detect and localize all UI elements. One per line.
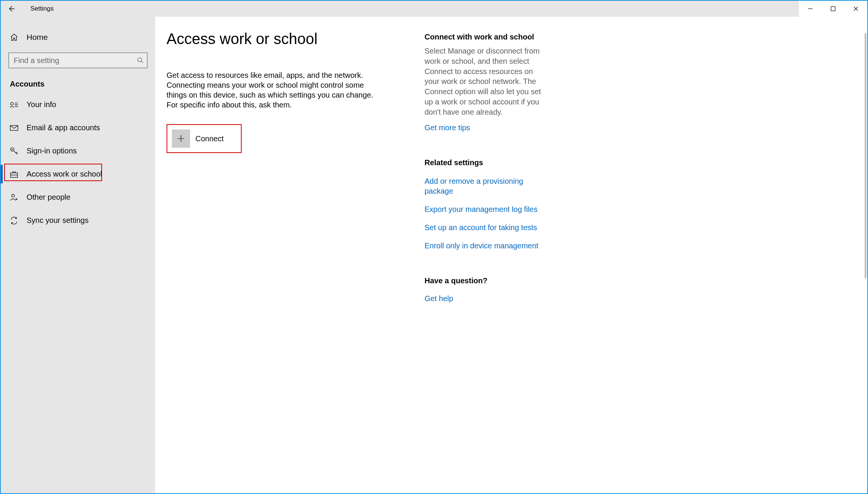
close-button[interactable]: [844, 1, 867, 17]
sidebar-item-sign-in-options[interactable]: Sign-in options: [1, 139, 155, 163]
nav-home[interactable]: Home: [1, 26, 155, 49]
page-description: Get access to resources like email, apps…: [167, 70, 379, 110]
help-section-text: Select Manage or disconnect from work or…: [425, 46, 544, 117]
svg-point-2: [11, 102, 13, 105]
svg-point-7: [12, 194, 14, 197]
key-icon: [9, 147, 19, 155]
nav-home-label: Home: [27, 33, 48, 42]
sidebar-item-access-work-school[interactable]: Access work or school: [1, 163, 155, 186]
titlebar: Settings: [1, 1, 867, 17]
scrollbar[interactable]: [865, 33, 866, 278]
sidebar: Home Find a setting Accounts Your info: [1, 17, 155, 493]
sidebar-item-email-accounts[interactable]: Email & app accounts: [1, 116, 155, 139]
link-export-logs[interactable]: Export your management log files: [425, 204, 544, 214]
sidebar-item-label: Email & app accounts: [27, 123, 100, 132]
plus-icon: [172, 129, 190, 148]
help-section-heading: Connect with work and school: [425, 33, 544, 41]
home-icon: [9, 33, 19, 41]
related-settings-heading: Related settings: [425, 158, 544, 167]
minimize-icon: [808, 6, 813, 11]
svg-point-1: [138, 58, 142, 62]
search-placeholder: Find a setting: [14, 56, 59, 65]
briefcase-icon: [9, 170, 19, 178]
question-heading: Have a question?: [425, 276, 544, 285]
sidebar-item-your-info[interactable]: Your info: [1, 93, 155, 116]
search-icon: [137, 57, 144, 64]
sidebar-item-label: Sign-in options: [27, 147, 77, 155]
connect-button[interactable]: Connect: [167, 124, 242, 153]
link-enroll-device-management[interactable]: Enroll only in device management: [425, 241, 544, 251]
person-card-icon: [9, 101, 19, 108]
main-content: Access work or school Get access to reso…: [155, 17, 867, 493]
link-provisioning-package[interactable]: Add or remove a provisioning package: [425, 176, 544, 196]
sidebar-item-label: Access work or school: [27, 170, 102, 178]
link-setup-test-account[interactable]: Set up an account for taking tests: [425, 223, 544, 232]
arrow-left-icon: [8, 5, 15, 13]
connect-label: Connect: [195, 134, 224, 143]
page-title: Access work or school: [167, 30, 413, 47]
maximize-button[interactable]: [822, 1, 844, 17]
link-get-help[interactable]: Get help: [425, 294, 544, 303]
maximize-icon: [830, 6, 836, 11]
close-icon: [853, 6, 859, 11]
sync-icon: [9, 216, 19, 225]
sidebar-item-label: Your info: [27, 100, 56, 109]
people-add-icon: [9, 193, 19, 202]
sidebar-item-label: Sync your settings: [27, 216, 88, 225]
sidebar-item-label: Other people: [27, 193, 71, 202]
svg-rect-0: [831, 7, 835, 11]
window-title: Settings: [22, 5, 53, 13]
back-button[interactable]: [1, 1, 22, 17]
link-get-more-tips[interactable]: Get more tips: [425, 123, 544, 133]
minimize-button[interactable]: [799, 1, 822, 17]
sidebar-item-other-people[interactable]: Other people: [1, 186, 155, 209]
mail-icon: [9, 125, 19, 131]
sidebar-category: Accounts: [1, 68, 155, 93]
right-pane: Connect with work and school Select Mana…: [425, 17, 554, 493]
sidebar-item-sync-settings[interactable]: Sync your settings: [1, 209, 155, 232]
search-input[interactable]: Find a setting: [8, 52, 148, 68]
svg-point-5: [12, 149, 13, 150]
